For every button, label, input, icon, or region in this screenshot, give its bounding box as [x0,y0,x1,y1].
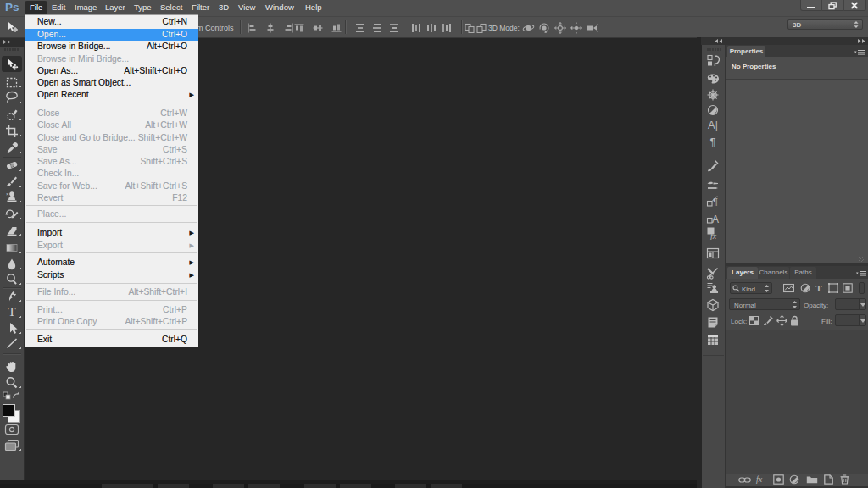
svg-text:fx: fx [710,231,717,241]
svg-text:¶: ¶ [713,197,718,207]
svg-text:×: × [6,191,9,197]
svg-text:A: A [712,214,719,225]
